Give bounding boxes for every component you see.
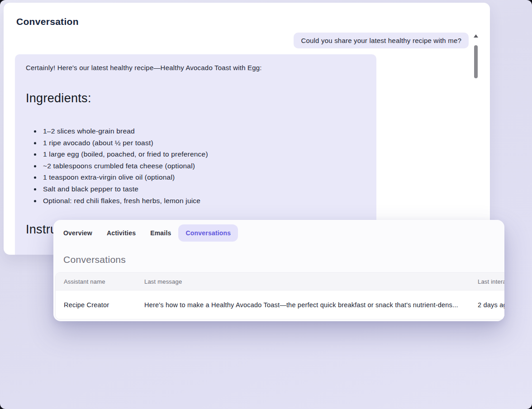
table-header-row: Assistant name Last message Last interac… bbox=[56, 273, 504, 290]
list-item: Optional: red chili flakes, fresh herbs,… bbox=[41, 195, 366, 207]
ingredients-list: 1–2 slices whole-grain bread 1 ripe avoc… bbox=[26, 125, 366, 206]
cell-last-message: Here's how to make a Healthy Avocado Toa… bbox=[144, 301, 478, 309]
cell-last-interaction: 2 days ago bbox=[478, 301, 504, 309]
page-title: Conversation bbox=[16, 16, 79, 27]
column-header-assistant-name: Assistant name bbox=[56, 278, 144, 285]
list-item: 1 ripe avocado (about ½ per toast) bbox=[41, 137, 366, 149]
column-header-last-message: Last message bbox=[144, 278, 478, 285]
column-header-last-interaction: Last interaction bbox=[478, 278, 504, 285]
user-message-bubble: Could you share your latest healthy reci… bbox=[294, 33, 469, 48]
list-item: ~2 tablespoons crumbled feta cheese (opt… bbox=[41, 160, 366, 172]
conversations-table: Assistant name Last message Last interac… bbox=[55, 272, 504, 319]
cell-assistant-name: Recipe Creator bbox=[56, 301, 144, 309]
conversation-modal: Conversation Could you share your latest… bbox=[4, 3, 490, 255]
tab-emails[interactable]: Emails bbox=[143, 224, 178, 242]
tab-overview[interactable]: Overview bbox=[56, 224, 100, 242]
tab-activities[interactable]: Activities bbox=[100, 224, 143, 242]
detail-panel: Overview Activities Emails Conversations… bbox=[53, 220, 504, 321]
ingredients-heading: Ingredients: bbox=[26, 91, 366, 105]
screen: Conversation Could you share your latest… bbox=[0, 0, 532, 409]
list-item: 1–2 slices whole-grain bread bbox=[41, 125, 366, 137]
tab-conversations[interactable]: Conversations bbox=[178, 224, 238, 242]
conversations-section-heading: Conversations bbox=[63, 254, 126, 265]
scrollbar-thumb[interactable] bbox=[474, 45, 478, 78]
assistant-intro-text: Certainly! Here's our latest healthy rec… bbox=[26, 64, 366, 71]
table-row[interactable]: Recipe Creator Here's how to make a Heal… bbox=[56, 290, 504, 319]
list-item: Salt and black pepper to taste bbox=[41, 183, 366, 195]
list-item: 1 large egg (boiled, poached, or fried t… bbox=[41, 148, 366, 160]
tab-bar: Overview Activities Emails Conversations bbox=[56, 224, 238, 242]
scroll-up-arrow-icon[interactable] bbox=[474, 34, 478, 38]
list-item: 1 teaspoon extra-virgin olive oil (optio… bbox=[41, 171, 366, 183]
